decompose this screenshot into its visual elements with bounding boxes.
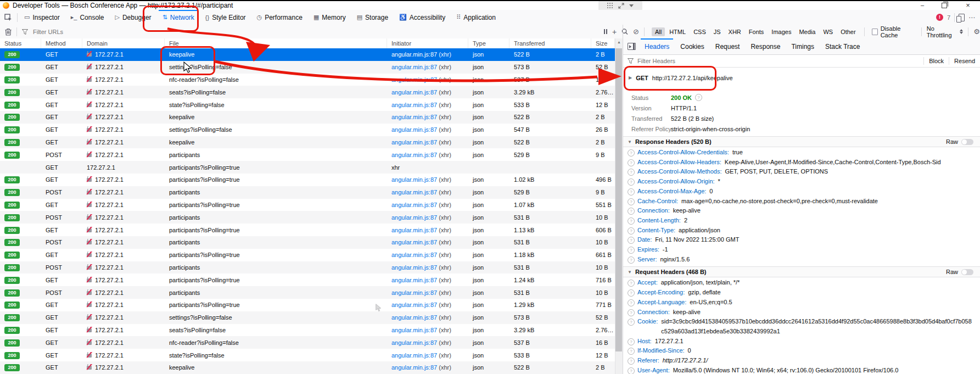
initiator-link[interactable]: angular.min.js:87	[391, 314, 437, 321]
request-row[interactable]: 200POST172.27.2.1participantsangular.min…	[0, 148, 615, 161]
grid-icon[interactable]	[607, 3, 613, 9]
request-row[interactable]: GET172.27.2.1participants?isPolling=true…	[0, 161, 615, 174]
column-header-file[interactable]: File	[165, 38, 387, 48]
tab-debugger[interactable]: ▷Debugger	[109, 10, 156, 25]
tab-inspector[interactable]: ▭Inspector	[19, 10, 65, 25]
column-header-initiator[interactable]: Initiator	[387, 38, 468, 48]
help-icon[interactable]: ?	[628, 208, 635, 215]
filter-images[interactable]: Images	[768, 27, 794, 36]
initiator-link[interactable]: angular.min.js:87	[391, 302, 437, 308]
initiator-link[interactable]: angular.min.js:87	[391, 76, 437, 83]
pick-element-button[interactable]	[0, 14, 17, 21]
help-icon[interactable]: ?	[628, 299, 635, 306]
initiator-link[interactable]: angular.min.js:87	[391, 114, 437, 120]
request-headers-section[interactable]: ▼ Request Headers (468 B) Raw	[623, 266, 980, 277]
filter-xhr[interactable]: XHR	[725, 27, 744, 36]
tab-performance[interactable]: ◷Performance	[251, 10, 308, 25]
expand-icon[interactable]	[618, 3, 624, 9]
filter-urls-input[interactable]: Filter URLs	[33, 29, 63, 35]
request-row[interactable]: 200GET172.27.2.1keepaliveangular.min.js:…	[0, 48, 615, 61]
request-row[interactable]: 200GET172.27.2.1participants?isPolling=t…	[0, 273, 615, 286]
scroll-up-icon[interactable]: ▲	[615, 38, 623, 46]
tab-application[interactable]: ⠿Application	[451, 10, 501, 25]
help-icon[interactable]: ?	[628, 319, 635, 326]
disclosure-triangle-icon[interactable]: ▶	[629, 75, 632, 80]
request-row[interactable]: 200GET172.27.2.1seats?isPolling=falseang…	[0, 86, 615, 98]
initiator-link[interactable]: angular.min.js:87	[391, 126, 437, 133]
raw-toggle[interactable]	[961, 139, 973, 145]
clear-requests-button[interactable]	[5, 28, 12, 36]
chevron-down-icon[interactable]	[629, 4, 634, 7]
pause-icon[interactable]	[604, 29, 607, 34]
request-row[interactable]: 200GET172.27.2.1settings?isPolling=false…	[0, 61, 615, 74]
help-icon[interactable]: ?	[628, 217, 635, 225]
help-icon[interactable]: ?	[628, 280, 635, 287]
initiator-link[interactable]: angular.min.js:87	[391, 214, 437, 221]
panel-toggle-icon[interactable]	[628, 43, 636, 50]
resend-button[interactable]: Resend	[949, 57, 980, 64]
help-icon[interactable]: ?	[628, 227, 635, 235]
column-header-size[interactable]: Size	[591, 38, 615, 48]
column-header-status[interactable]: Status	[0, 38, 41, 48]
request-row[interactable]: 200POST172.27.2.1participantsangular.min…	[0, 186, 615, 199]
tab-storage[interactable]: ▤Storage	[351, 10, 394, 25]
help-icon[interactable]: ?	[628, 256, 635, 264]
details-tab-cookies[interactable]: Cookies	[675, 38, 709, 54]
initiator-link[interactable]: angular.min.js:87	[391, 289, 437, 296]
request-row[interactable]: 200GET172.27.2.1participants?isPolling=t…	[0, 174, 615, 186]
initiator-link[interactable]: angular.min.js:87	[391, 327, 437, 333]
error-count[interactable]: 7	[947, 14, 950, 21]
help-icon[interactable]: ?	[628, 169, 635, 176]
tab-accessibility[interactable]: ♿Accessibility	[394, 10, 451, 25]
response-headers-section[interactable]: ▼ Response Headers (520 B) Raw	[623, 136, 980, 147]
request-row[interactable]: 200GET172.27.2.1settings?isPolling=false…	[0, 124, 615, 136]
initiator-link[interactable]: angular.min.js:87	[391, 64, 437, 70]
details-tab-stack-trace[interactable]: Stack Trace	[820, 38, 865, 54]
raw-toggle[interactable]	[961, 269, 973, 275]
column-header-method[interactable]: Method	[41, 38, 82, 48]
initiator-link[interactable]: angular.min.js:87	[391, 227, 437, 233]
request-row[interactable]: 200GET172.27.2.1participants?isPolling=t…	[0, 199, 615, 211]
request-row[interactable]: 200GET172.27.2.1seats?isPolling=falseang…	[0, 324, 615, 337]
initiator-link[interactable]: angular.min.js:87	[391, 139, 437, 146]
initiator-link[interactable]: angular.min.js:87	[391, 176, 437, 183]
initiator-link[interactable]: angular.min.js:87	[391, 364, 437, 371]
initiator-link[interactable]: angular.min.js:87	[391, 352, 437, 359]
initiator-link[interactable]: angular.min.js:87	[391, 51, 437, 58]
filter-html[interactable]: HTML	[666, 27, 689, 36]
initiator-link[interactable]: angular.min.js:87	[391, 202, 437, 208]
request-row[interactable]: 200GET172.27.2.1keepaliveangular.min.js:…	[0, 361, 615, 374]
filter-ws[interactable]: WS	[820, 27, 836, 36]
error-badge-icon[interactable]: !	[936, 14, 943, 21]
request-row[interactable]: 200GET172.27.2.1participants?isPolling=t…	[0, 249, 615, 261]
help-icon[interactable]: ?	[695, 94, 702, 101]
initiator-link[interactable]: angular.min.js:87	[391, 89, 437, 96]
request-row[interactable]: 200GET172.27.2.1keepaliveangular.min.js:…	[0, 136, 615, 149]
disable-cache-checkbox[interactable]	[872, 29, 878, 35]
tab-console[interactable]: ▸_Console	[65, 10, 110, 25]
meatball-menu-icon[interactable]: ⋯	[968, 14, 976, 21]
request-row[interactable]: 200POST172.27.2.1participantsangular.min…	[0, 211, 615, 224]
tab-style-editor[interactable]: {}Style Editor	[200, 10, 251, 25]
tab-network[interactable]: ⇅Network	[157, 10, 200, 25]
request-row[interactable]: 200GET172.27.2.1state?isPolling=falseang…	[0, 349, 615, 361]
help-icon[interactable]: ?	[628, 178, 635, 186]
minimize-button[interactable]: –	[914, 1, 931, 10]
initiator-link[interactable]: angular.min.js:87	[391, 189, 437, 196]
column-header-transferred[interactable]: Transferred	[509, 38, 591, 48]
details-tab-headers[interactable]: Headers	[639, 38, 675, 54]
details-tab-response[interactable]: Response	[745, 38, 786, 54]
help-icon[interactable]: ?	[628, 289, 635, 297]
details-tab-request[interactable]: Request	[710, 38, 746, 54]
initiator-link[interactable]: angular.min.js:87	[391, 239, 437, 245]
section-collapse-icon[interactable]: ▼	[628, 270, 632, 275]
help-icon[interactable]: ?	[628, 358, 635, 365]
throttling-select[interactable]: No Throttling	[927, 25, 964, 38]
scrollbar-thumb[interactable]	[615, 48, 622, 351]
request-row[interactable]: 200GET172.27.2.1nfc-reader?isPolling=fal…	[0, 336, 615, 349]
request-row[interactable]: 200POST172.27.2.1participantsangular.min…	[0, 261, 615, 274]
request-row[interactable]: 200GET172.27.2.1keepaliveangular.min.js:…	[0, 111, 615, 124]
help-icon[interactable]: ?	[628, 338, 635, 345]
initiator-link[interactable]: angular.min.js:87	[391, 277, 437, 283]
initiator-link[interactable]: angular.min.js:87	[391, 264, 437, 271]
